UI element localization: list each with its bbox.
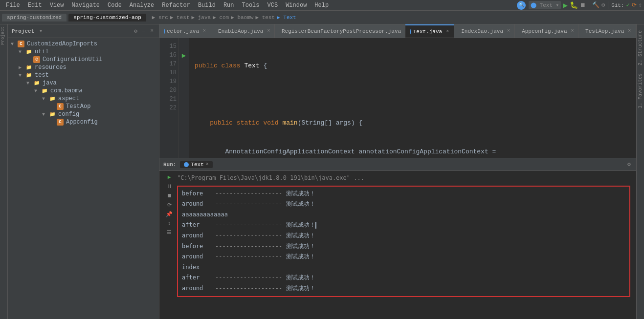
tab-label: RegisterBeanFactoryPostProcessor.java [282, 28, 401, 34]
menu-refactor[interactable]: Refactor [158, 1, 194, 10]
annotation-context-line1: AnnotationConfigApplicationContext annot… [195, 147, 630, 157]
menu-analyze[interactable]: Analyze [126, 1, 158, 10]
tab-close-btn[interactable]: × [203, 28, 206, 34]
menu-run[interactable]: Run [220, 1, 238, 10]
editor-area: ector.java × EnableAop.java × RegisterBe… [159, 24, 636, 158]
tab-close-btn[interactable]: × [571, 28, 574, 34]
tree-item-test[interactable]: ▼ 📁 test [8, 71, 159, 79]
run-button[interactable]: ▶ [563, 0, 568, 10]
git-update-button[interactable]: ⟳ [632, 1, 637, 9]
tree-item-configurationutil[interactable]: C ConfigurationUtil [8, 56, 159, 64]
search-icon[interactable]: 🔍 [517, 1, 526, 10]
separator2 [608, 1, 608, 9]
run-tab-close[interactable]: × [206, 162, 209, 167]
editor-tab-enableaop[interactable]: EnableAop.java × [211, 24, 275, 38]
settings-ctrl[interactable]: ⚙ [626, 160, 632, 169]
stop-icon[interactable]: ⏹ [167, 192, 172, 199]
scroll-icon[interactable]: ↕ [168, 220, 171, 226]
breadcrumb-test: ▶ test [170, 14, 190, 21]
stop-button[interactable]: ⏹ [580, 1, 586, 9]
tree-item-appconfig[interactable]: C Appconfig [8, 118, 159, 126]
debug-button[interactable]: 🐛 [570, 1, 578, 9]
menu-window[interactable]: Window [282, 1, 311, 10]
breadcrumb-text: ▶ Text [277, 14, 296, 21]
rerun-icon[interactable]: ⟳ [167, 202, 172, 208]
run-config-dropdown[interactable]: ⬤ Text ▾ [529, 1, 561, 9]
menu-edit[interactable]: Edit [24, 1, 46, 10]
pin-icon[interactable]: 📌 [166, 211, 173, 217]
project-tab-spring-customized[interactable]: spring-customized [2, 14, 67, 21]
menu-navigate[interactable]: Navigate [67, 1, 104, 10]
editor-tab-appconfig[interactable]: Appconfig.java × [515, 24, 578, 38]
tree-item-java[interactable]: ▼ 📁 java [8, 79, 159, 87]
class-icon: C [33, 56, 40, 63]
tree-item-util[interactable]: ▼ 📁 util [8, 48, 159, 56]
tree-label: CustomizedAopImports [27, 41, 97, 47]
tree-item-customizedaopimports[interactable]: ▼ C CustomizedAopImports [8, 40, 159, 48]
filter-icon[interactable]: ☰ [167, 229, 172, 235]
tree-item-combaomw[interactable]: ▼ 📁 com.baomw [8, 87, 159, 95]
panel-close-btn[interactable]: × [149, 27, 155, 35]
editor-tab-ector[interactable]: ector.java × [159, 24, 211, 38]
tree-arrow: ▼ [42, 112, 48, 117]
panel-collapse-btn[interactable]: — [141, 27, 147, 35]
output-line-before1: before-------------------测试成功！ [182, 189, 625, 199]
spring-customized-label: spring-customized [7, 15, 62, 21]
editor-tab-testaop[interactable]: TestAop.java × [578, 24, 636, 38]
editor-tab-register[interactable]: RegisterBeanFactoryPostProcessor.java × [275, 24, 405, 38]
output-line-after2: after-------------------测试成功！ [182, 273, 625, 283]
tab-close-btn[interactable]: × [628, 28, 631, 34]
run-config-label: ⬤ [531, 2, 536, 8]
editor-and-bottom: ector.java × EnableAop.java × RegisterBe… [159, 24, 636, 319]
tab-label: TestAop.java [585, 28, 624, 34]
output-line-around1: around-------------------测试成功！ [182, 199, 625, 210]
tab-label: Appconfig.java [522, 28, 567, 34]
blank-line [195, 90, 630, 100]
bottom-controls: ⚙ [626, 160, 632, 169]
tab-label: IndexDao.java [461, 28, 503, 34]
project-side-label[interactable]: Project [0, 24, 7, 47]
editor-tab-text[interactable]: Text.java × [405, 24, 454, 38]
menu-code[interactable]: Code [104, 1, 126, 10]
line-numbers: 15 16 17 18 19 20 21 22 [159, 38, 179, 158]
code-content[interactable]: public class Text { public static void m… [189, 38, 636, 158]
tab-close-btn[interactable]: × [267, 28, 270, 34]
git-push-button[interactable]: ⇧ [639, 1, 642, 9]
folder-icon: 📁 [33, 80, 40, 86]
spring-customized-aop-label: spring-customized-aop [73, 15, 141, 21]
folder-icon: 📁 [49, 95, 56, 102]
line-num-18: 18 [161, 68, 177, 77]
line-num-20: 20 [161, 86, 177, 95]
project-dropdown[interactable]: ▾ [39, 28, 43, 34]
editor-tab-indexdao[interactable]: IndexDao.java × [454, 24, 515, 38]
run-tab-text[interactable]: Text × [180, 161, 212, 168]
pause-icon[interactable]: ⏸ [167, 183, 172, 190]
tab-close-btn[interactable]: × [446, 29, 449, 34]
code-editor: 15 16 17 18 19 20 21 22 ▶ [159, 38, 636, 158]
menu-vcs[interactable]: VCS [264, 1, 282, 10]
play-icon[interactable]: ▶ [168, 174, 171, 180]
separator [589, 1, 589, 9]
settings-button[interactable]: ⚙ [601, 1, 605, 9]
build-button[interactable]: 🔨 [592, 1, 600, 9]
tree-item-config[interactable]: ▼ 📁 config [8, 110, 159, 118]
tree-item-testaop[interactable]: C TestAop [8, 103, 159, 110]
git-check-button[interactable]: ✓ [626, 1, 630, 9]
project-tab-bar: spring-customized spring-customized-aop … [0, 11, 644, 24]
panel-settings-btn[interactable]: ⚙ [133, 27, 139, 35]
console-area: ▶ ⏸ ⏹ ⟳ 📌 ↕ ☰ "C:\Program Files\Java\jdk… [159, 171, 636, 319]
run-label: Run: [163, 162, 176, 168]
tab-close-btn[interactable]: × [507, 28, 510, 34]
project-tab-spring-customized-aop[interactable]: spring-customized-aop [68, 14, 146, 21]
menu-help[interactable]: Help [311, 1, 333, 10]
favorites-label[interactable]: 1. Favorites [638, 73, 643, 108]
output-line-aaa: aaaaaaaaaaaaa [182, 210, 625, 220]
tree-item-aspect[interactable]: ▼ 📁 aspect [8, 95, 159, 103]
menu-tools[interactable]: Tools [238, 1, 264, 10]
menu-build[interactable]: Build [194, 1, 220, 10]
tree-item-resources[interactable]: ▶ 📁 resources [8, 64, 159, 71]
output-line-around3: around-------------------测试成功！ [182, 252, 625, 262]
main-method-line: public static void main(String[] args) { [195, 118, 630, 128]
menu-file[interactable]: File [2, 1, 24, 10]
menu-view[interactable]: View [46, 1, 68, 10]
